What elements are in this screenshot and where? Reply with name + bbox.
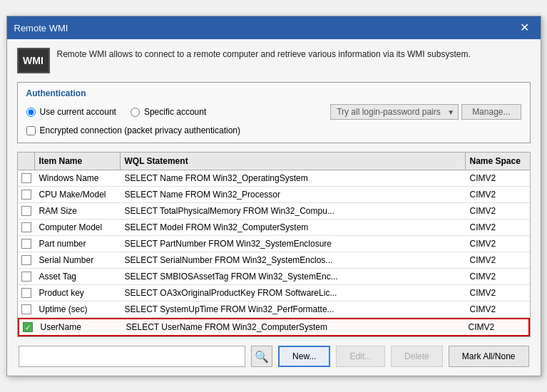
encrypted-checkbox[interactable] <box>26 126 36 135</box>
row-namespace: CIMV2 <box>466 301 530 317</box>
dropdown-wrapper: Try all login-password pairs ▼ <box>330 104 459 120</box>
encrypted-label: Encrypted connection (packet privacy aut… <box>40 125 241 135</box>
row-namespace: CIMV2 <box>466 220 530 235</box>
row-wql: SELECT OA3xOriginalProductKey FROM Softw… <box>121 285 466 301</box>
row-wql: SELECT SMBIOSAssetTag FROM Win32_SystemE… <box>121 269 466 284</box>
row-namespace: CIMV2 <box>466 252 530 268</box>
row-check-cell <box>18 285 35 301</box>
row-check-cell <box>18 187 35 202</box>
info-section: WMI Remote WMI allows to connect to a re… <box>17 48 531 73</box>
row-item-name: Product key <box>35 285 121 301</box>
row-item-name: Asset Tag <box>35 269 121 284</box>
row-check-cell <box>18 301 35 317</box>
row-check-cell <box>18 236 35 252</box>
row-checkbox[interactable] <box>21 222 31 232</box>
table-row[interactable]: Computer ModelSELECT Model FROM Win32_Co… <box>18 220 530 236</box>
table-row[interactable]: CPU Make/ModelSELECT Name FROM Win32_Pro… <box>18 187 530 203</box>
specific-account-radio[interactable] <box>131 108 140 117</box>
col-item-name: Item Name <box>35 153 121 170</box>
row-wql: SELECT PartNumber FROM Win32_SystemEnclo… <box>121 236 466 252</box>
row-wql: SELECT Name FROM Win32_Processor <box>121 187 466 202</box>
row-namespace: CIMV2 <box>466 236 530 252</box>
row-checkbox[interactable] <box>21 288 31 298</box>
row-namespace: CIMV2 <box>466 285 530 301</box>
row-checkbox[interactable] <box>21 173 31 183</box>
row-check-cell <box>18 269 35 284</box>
table-row[interactable]: Uptime (sec)SELECT SystemUpTime FROM Win… <box>18 301 530 318</box>
footer-section: 🔍 New... Edit... Delete Mark All/None <box>17 346 531 367</box>
dialog-body: WMI Remote WMI allows to connect to a re… <box>7 39 541 376</box>
row-wql: SELECT Name FROM Win32_OperatingSystem <box>121 170 466 186</box>
remote-wmi-dialog: Remote WMI ✕ WMI Remote WMI allows to co… <box>6 16 541 376</box>
row-check-cell: ✓ <box>19 319 36 335</box>
row-check-cell <box>18 252 35 268</box>
table-row[interactable]: RAM SizeSELECT TotalPhysicalMemory FROM … <box>18 203 530 220</box>
row-wql: SELECT TotalPhysicalMemory FROM Win32_Co… <box>121 203 466 219</box>
row-item-name: Windows Name <box>35 170 121 186</box>
wmi-logo: WMI <box>17 48 50 73</box>
col-namespace: Name Space <box>466 153 530 170</box>
close-button[interactable]: ✕ <box>516 21 533 35</box>
mark-all-button[interactable]: Mark All/None <box>449 346 529 367</box>
row-check-cell <box>18 170 35 186</box>
row-wql: SELECT SerialNumber FROM Win32_SystemEnc… <box>121 252 466 268</box>
row-item-name: Part number <box>35 236 121 252</box>
row-namespace: CIMV2 <box>466 203 530 219</box>
table-row[interactable]: Product keySELECT OA3xOriginalProductKey… <box>18 285 530 301</box>
delete-button[interactable]: Delete <box>391 346 443 367</box>
row-checkbox[interactable] <box>21 255 31 265</box>
row-check-cell <box>18 203 35 219</box>
search-input[interactable] <box>19 346 246 367</box>
specific-account-option[interactable]: Specific account <box>131 107 206 117</box>
table-body: Windows NameSELECT Name FROM Win32_Opera… <box>18 170 530 336</box>
row-checkbox[interactable] <box>21 239 31 249</box>
row-namespace: CIMV2 <box>466 187 530 202</box>
row-item-name: CPU Make/Model <box>35 187 121 202</box>
row-item-name: RAM Size <box>35 203 121 219</box>
dialog-title: Remote WMI <box>14 23 68 33</box>
wmi-items-table: Item Name WQL Statement Name Space Windo… <box>17 152 531 337</box>
table-row[interactable]: Windows NameSELECT Name FROM Win32_Opera… <box>18 170 530 187</box>
col-check <box>18 153 35 170</box>
row-wql: SELECT Model FROM Win32_ComputerSystem <box>121 220 466 235</box>
row-namespace: CIMV2 <box>466 170 530 186</box>
login-password-dropdown[interactable]: Try all login-password pairs <box>330 104 459 120</box>
row-checkbox[interactable] <box>21 272 31 282</box>
row-namespace: CIMV2 <box>464 319 528 335</box>
edit-button[interactable]: Edit... <box>336 346 385 367</box>
info-description: Remote WMI allows to connect to a remote… <box>57 48 471 61</box>
new-button[interactable]: New... <box>278 346 330 367</box>
encrypted-connection-option[interactable]: Encrypted connection (packet privacy aut… <box>26 125 521 135</box>
manage-button[interactable]: Manage... <box>461 104 521 120</box>
search-button[interactable]: 🔍 <box>251 346 272 367</box>
row-item-name: Computer Model <box>35 220 121 235</box>
row-wql: SELECT SystemUpTime FROM Win32_PerfForma… <box>121 301 466 317</box>
auth-section-label: Authentication <box>26 88 521 98</box>
use-current-label: Use current account <box>40 107 116 117</box>
row-item-name: Uptime (sec) <box>35 301 121 317</box>
col-wql: WQL Statement <box>121 153 466 170</box>
use-current-account-option[interactable]: Use current account <box>26 107 116 117</box>
row-item-name: Serial Number <box>35 252 121 268</box>
use-current-radio[interactable] <box>26 108 36 117</box>
specific-account-label: Specific account <box>144 107 206 117</box>
row-namespace: CIMV2 <box>466 269 530 284</box>
login-password-group: Try all login-password pairs ▼ Manage... <box>330 104 521 120</box>
row-checkbox[interactable]: ✓ <box>23 322 33 332</box>
row-wql: SELECT UserName FROM Win32_ComputerSyste… <box>122 319 464 335</box>
row-checkbox[interactable] <box>21 190 31 200</box>
table-row[interactable]: Asset TagSELECT SMBIOSAssetTag FROM Win3… <box>18 269 530 285</box>
row-item-name: UserName <box>36 319 122 335</box>
table-header: Item Name WQL Statement Name Space <box>18 153 530 170</box>
table-row[interactable]: ✓UserNameSELECT UserName FROM Win32_Comp… <box>18 318 530 336</box>
row-checkbox[interactable] <box>21 206 31 216</box>
row-checkbox[interactable] <box>21 304 31 314</box>
search-icon: 🔍 <box>255 350 269 363</box>
table-row[interactable]: Part numberSELECT PartNumber FROM Win32_… <box>18 236 530 252</box>
title-bar: Remote WMI ✕ <box>7 16 541 39</box>
row-check-cell <box>18 220 35 235</box>
authentication-section: Authentication Use current account Speci… <box>17 82 531 143</box>
table-row[interactable]: Serial NumberSELECT SerialNumber FROM Wi… <box>18 252 530 269</box>
auth-options-row: Use current account Specific account Try… <box>26 104 521 120</box>
